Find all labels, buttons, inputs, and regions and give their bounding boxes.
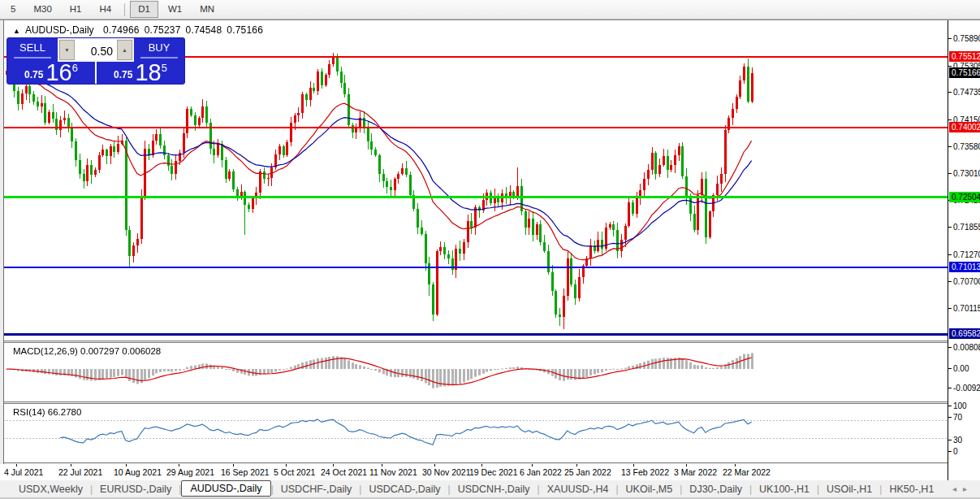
rsi-pane-canvas[interactable] xyxy=(0,404,948,462)
sell-button-underline xyxy=(14,57,51,59)
date-tick-mark xyxy=(16,464,17,466)
chart-tab-usdcad[interactable]: USDCAD-,Daily xyxy=(361,482,447,497)
macd-axis-label: 0.008087 xyxy=(953,343,980,352)
chart-left-border xyxy=(0,20,4,480)
rsi-axis-label: 100 xyxy=(953,401,967,410)
price-axis-label: 0.71855 xyxy=(953,223,980,232)
axis-tick-mark xyxy=(948,440,952,440)
axis-tick-mark xyxy=(948,368,952,369)
macd-axis-label: -0.00928 xyxy=(953,384,980,393)
tab-scroll-right-icon[interactable]: ▸ xyxy=(963,484,974,493)
date-tick-mark xyxy=(71,464,71,466)
sell-price-display[interactable]: 0.75 16 6 xyxy=(7,60,97,84)
buy-price-big-digits: 18 xyxy=(135,62,161,83)
rsi-axis-label: 0 xyxy=(953,447,958,456)
date-tick-mark xyxy=(333,464,334,466)
timeframe-toolbar: 5M30H1H4D1W1MN xyxy=(0,0,980,20)
timeframe-button-h1[interactable]: H1 xyxy=(62,1,90,18)
axis-tick-mark xyxy=(948,66,952,67)
chart-tab-hk50[interactable]: HK50-,H1 xyxy=(882,482,941,497)
collapse-arrow-icon[interactable]: ▲ xyxy=(13,27,20,35)
open-value: 0.74966 xyxy=(103,24,140,36)
axis-tick-mark xyxy=(948,308,952,309)
date-axis-label: 22 Jul 2021 xyxy=(58,467,102,477)
price-axis[interactable]: 0.758900.753050.747350.741500.735800.730… xyxy=(948,20,980,480)
axis-tick-mark xyxy=(948,227,952,228)
axis-tick-mark xyxy=(948,388,952,388)
date-tick-mark xyxy=(633,464,634,466)
rsi-indicator-label: RSI(14) 66.2780 xyxy=(13,407,81,417)
support-line-badge: 0.71013 xyxy=(949,262,980,272)
timeframe-button-h4[interactable]: H4 xyxy=(91,1,119,18)
rsi-axis-label: 30 xyxy=(953,436,962,445)
timeframe-button-d1[interactable]: D1 xyxy=(130,1,158,18)
chart-tab-uk100[interactable]: UK100-,H1 xyxy=(752,482,817,497)
price-axis-label: 0.71270 xyxy=(953,250,980,259)
sell-button[interactable]: SELL xyxy=(7,38,58,59)
date-tick-mark xyxy=(286,464,287,466)
axis-tick-mark xyxy=(948,347,952,348)
date-axis[interactable]: 4 Jul 202122 Jul 202110 Aug 202129 Aug 2… xyxy=(0,464,948,480)
buy-button[interactable]: BUY xyxy=(134,38,184,59)
sell-price-pipette: 6 xyxy=(72,63,78,83)
support-line-badge: 0.69582 xyxy=(949,328,980,339)
timeframe-button-w1[interactable]: W1 xyxy=(160,1,190,18)
date-axis-label: 30 Nov 2021 xyxy=(422,467,471,477)
chart-tab-dj30[interactable]: DJ30-,Daily xyxy=(682,482,749,497)
chart-tab-xauusd[interactable]: XAUUSD-,H4 xyxy=(540,482,616,497)
sell-price-big-digits: 16 xyxy=(45,62,71,83)
chart-tab-usdx[interactable]: USDX,Weekly xyxy=(11,482,90,497)
timeframe-button-5[interactable]: 5 xyxy=(2,1,24,18)
chart-tab-eurusd[interactable]: EURUSD-,Daily xyxy=(93,482,179,497)
date-tick-mark xyxy=(735,464,736,466)
tab-scroll-left-icon[interactable]: ◂ xyxy=(952,484,963,493)
price-axis-label: 0.70700 xyxy=(953,277,980,286)
rsi-axis-label: 70 xyxy=(953,413,962,422)
axis-tick-mark xyxy=(948,38,952,39)
axis-tick-mark xyxy=(948,451,952,452)
high-value: 0.75237 xyxy=(145,24,181,36)
volume-increase-button[interactable]: ▲ xyxy=(117,40,132,60)
buy-price-display[interactable]: 0.75 18 5 xyxy=(97,60,184,84)
timeframe-button-mn[interactable]: MN xyxy=(192,1,222,18)
volume-spinner: ▼ ▲ xyxy=(58,38,134,62)
date-tick-mark xyxy=(233,464,234,466)
sell-button-label: SELL xyxy=(19,41,45,54)
date-tick-mark xyxy=(686,464,687,466)
chart-tab-ukoil[interactable]: UKOil-,M5 xyxy=(619,482,680,497)
one-click-trading-panel: SELL ▼ ▲ BUY 0.75 16 6 xyxy=(6,37,185,85)
date-axis-label: 22 Mar 2022 xyxy=(723,467,771,477)
macd-indicator-label: MACD(12,26,9) 0.007297 0.006028 xyxy=(13,346,161,356)
buy-price-prefix: 0.75 xyxy=(114,69,132,83)
volume-decrease-button[interactable]: ▼ xyxy=(59,40,75,60)
toolbar-separator xyxy=(124,3,125,16)
chart-tab-audusd[interactable]: AUDUSD-,Daily xyxy=(181,480,270,497)
volume-input[interactable] xyxy=(75,40,117,60)
close-value: 0.75166 xyxy=(227,24,263,36)
date-axis-label: 16 Sep 2021 xyxy=(221,467,270,477)
axis-tick-mark xyxy=(948,92,952,93)
chart-symbol-label: AUDUSD-,Daily xyxy=(25,24,94,36)
trading-terminal-window: 5M30H1H4D1W1MN ▲AUDUSD-,Daily 0.749660.7… xyxy=(0,0,980,499)
price-axis-label: 0.74735 xyxy=(953,88,980,97)
axis-tick-mark xyxy=(948,173,952,174)
pane-separator[interactable] xyxy=(0,401,980,404)
pane-separator[interactable] xyxy=(0,341,980,343)
price-axis-label: 0.75890 xyxy=(953,34,980,43)
ohlc-readout: 0.749660.752370.745480.75166 xyxy=(103,24,268,36)
chart-tab-usoil[interactable]: USOil-,H1 xyxy=(819,482,879,497)
price-axis-label: 0.73580 xyxy=(953,142,980,151)
date-axis-label: 5 Oct 2021 xyxy=(274,467,315,477)
date-axis-label: 11 Nov 2021 xyxy=(369,467,417,477)
date-axis-label: 13 Feb 2022 xyxy=(621,467,669,477)
price-axis-label: 0.73010 xyxy=(953,169,980,178)
chart-tab-usdchf[interactable]: USDCHF-,Daily xyxy=(274,482,360,497)
date-tick-mark xyxy=(576,464,577,466)
timeframe-button-m30[interactable]: M30 xyxy=(25,1,59,18)
axis-tick-mark xyxy=(948,417,952,418)
chart-title: ▲AUDUSD-,Daily 0.749660.752370.745480.75… xyxy=(13,24,268,36)
chart-tab-usdcnh[interactable]: USDCNH-,Daily xyxy=(451,482,537,497)
date-axis-label: 6 Jan 2022 xyxy=(520,467,562,477)
date-axis-label: 4 Jul 2021 xyxy=(4,467,43,477)
resistance-line-badge: 0.74002 xyxy=(949,122,980,132)
